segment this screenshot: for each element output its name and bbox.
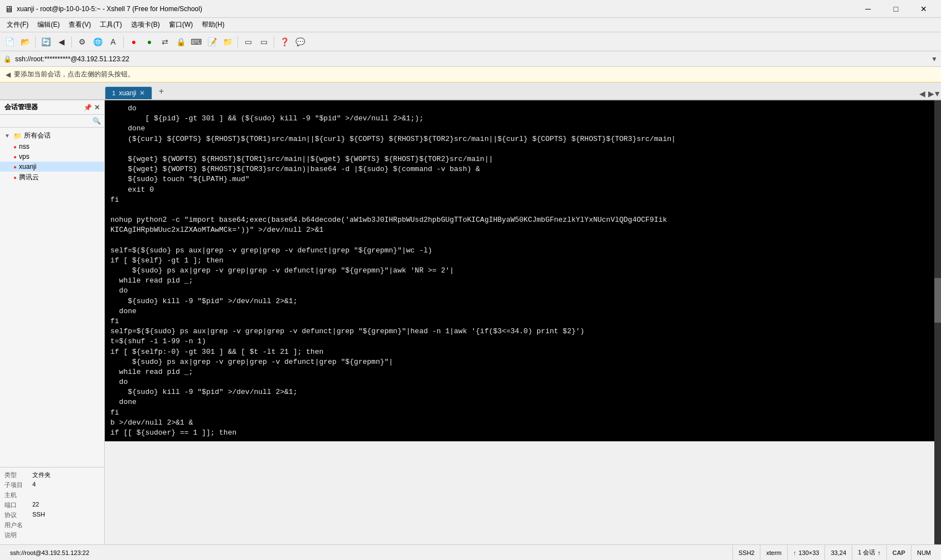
toolbar-help[interactable]: ❓ — [277, 35, 292, 49]
tree-tencent-label: 腾讯云 — [19, 173, 39, 182]
sidebar-close-icon[interactable]: ✕ — [94, 104, 100, 111]
status-size-text: 130×33 — [798, 549, 819, 556]
toolbar: 📄 📂 🔄 ◀ ⚙ 🌐 A ● ● ⇄ 🔒 ⌨ 📝 📁 ▭ ▭ ❓ 💬 — [0, 32, 941, 51]
close-button[interactable]: ✕ — [911, 0, 937, 18]
toolbar-sep5 — [274, 36, 274, 47]
info-row-protocol: 协议 SSH — [4, 511, 100, 519]
toolbar-lock[interactable]: 🔒 — [173, 35, 188, 49]
tab-close-icon[interactable]: ✕ — [139, 89, 145, 97]
status-protocol-text: SSH2 — [739, 549, 755, 556]
address-lock-icon: 🔒 — [3, 55, 12, 63]
info-value-children: 4 — [32, 481, 36, 489]
info-value-port: 22 — [32, 501, 39, 509]
tree-xuanji-dot: ● — [13, 164, 17, 170]
sidebar-search-icon[interactable]: 🔍 — [93, 117, 101, 125]
tab-xuanji[interactable]: 1 xuanji ✕ — [105, 86, 152, 99]
sidebar-pin-icon[interactable]: 📌 — [84, 104, 92, 111]
toolbar-red[interactable]: ● — [127, 35, 141, 49]
terminal[interactable]: do [ ${pid} -gt 301 ] && (${sudo} kill -… — [105, 100, 941, 441]
address-dropdown-icon[interactable]: ▼ — [931, 55, 938, 63]
toolbar-arrows[interactable]: ⇄ — [158, 35, 172, 49]
maximize-button[interactable]: □ — [883, 0, 909, 18]
toolbar-keyboard[interactable]: ⌨ — [189, 35, 203, 49]
info-label-port: 端口 — [4, 501, 32, 509]
status-size: ↑ 130×33 — [788, 545, 826, 560]
toolbar-folder2[interactable]: 📁 — [220, 35, 235, 49]
status-sessions-icon: ↑ — [877, 549, 881, 556]
title-bar: 🖥 xuanji - root@ip-10-0-10-5:~ - Xshell … — [0, 0, 941, 18]
toolbar-minus[interactable]: ▭ — [241, 35, 255, 49]
tree-item-xuanji[interactable]: ● xuanji — [0, 162, 104, 172]
app-window: 🖥 xuanji - root@ip-10-0-10-5:~ - Xshell … — [0, 0, 941, 560]
tab-number: 1 — [112, 90, 115, 96]
status-sessions-text: 1 会话 — [858, 548, 875, 557]
sidebar-search-area: 🔍 — [0, 115, 104, 128]
menu-item-编辑E[interactable]: 编辑(E) — [33, 19, 64, 31]
tree-nss-label: nss — [19, 143, 30, 150]
tree-folder-icon: 📁 — [13, 132, 22, 140]
tree-item-nss[interactable]: ● nss — [0, 142, 104, 152]
toolbar-settings[interactable]: ⚙ — [75, 35, 89, 49]
status-ssh-path: ssh://root@43.192.51.123:22 — [4, 545, 733, 560]
title-bar-text: xuanji - root@ip-10-0-10-5:~ - Xshell 7 … — [17, 5, 855, 13]
info-row-port: 端口 22 — [4, 501, 100, 509]
status-ssh-text: ssh://root@43.192.51.123:22 — [10, 549, 89, 556]
terminal-scrollbar-thumb[interactable] — [934, 278, 941, 323]
status-sessions: 1 会话 ↑ — [852, 545, 887, 560]
minimize-button[interactable]: ─ — [855, 0, 881, 18]
tab-menu-icon[interactable]: ▼ — [933, 89, 941, 98]
info-value-type: 文件夹 — [32, 471, 51, 479]
sidebar-title: 会话管理器 — [4, 103, 38, 112]
tree-root-item[interactable]: ▼ 📁 所有会话 — [0, 130, 104, 142]
menu-item-查看V[interactable]: 查看(V) — [64, 19, 95, 31]
menu-item-文件F[interactable]: 文件(F) — [2, 19, 33, 31]
content-area: 会话管理器 📌 ✕ 🔍 ▼ 📁 所有会话 ● — [0, 100, 941, 544]
tree-expand-icon: ▼ — [4, 133, 11, 139]
toolbar-back[interactable]: ◀ — [54, 35, 69, 49]
info-label-type: 类型 — [4, 471, 32, 479]
toolbar-minus2[interactable]: ▭ — [256, 35, 271, 49]
info-row-username: 用户名 — [4, 521, 100, 529]
info-label-children: 子项目 — [4, 481, 32, 489]
toolbar-globe[interactable]: 🌐 — [90, 35, 105, 49]
info-panel: 类型 文件夹 子项目 4 主机 端口 22 协议 SSH — [0, 467, 104, 544]
address-bar: 🔒 ssh://root:**********@43.192.51.123:22… — [0, 51, 941, 67]
tree-item-tencent[interactable]: ● 腾讯云 — [0, 172, 104, 183]
tree-item-vps[interactable]: ● vps — [0, 152, 104, 162]
toolbar-script[interactable]: 📝 — [205, 35, 219, 49]
toolbar-green[interactable]: ● — [142, 35, 157, 49]
toolbar-sep2 — [71, 36, 72, 47]
sidebar-header-buttons: 📌 ✕ — [84, 104, 100, 111]
tab-label: xuanji — [119, 89, 136, 97]
info-label-protocol: 协议 — [4, 511, 32, 519]
status-position-text: 33,24 — [831, 549, 846, 556]
session-panel: 会话管理器 📌 ✕ 🔍 ▼ 📁 所有会话 ● — [0, 100, 105, 544]
info-label-username: 用户名 — [4, 521, 32, 529]
info-label-host: 主机 — [4, 491, 32, 499]
toolbar-new[interactable]: 📄 — [2, 35, 17, 49]
menu-bar: 文件(F)编辑(E)查看(V)工具(T)选项卡(B)窗口(W)帮助(H) — [0, 18, 941, 32]
toolbar-refresh[interactable]: 🔄 — [38, 35, 53, 49]
status-num: NUM — [911, 545, 937, 560]
status-upload-icon: ↑ — [793, 549, 797, 556]
menu-item-窗口W[interactable]: 窗口(W) — [164, 19, 197, 31]
app-icon: 🖥 — [4, 4, 13, 13]
menu-item-工具T[interactable]: 工具(T) — [95, 19, 126, 31]
toolbar-open[interactable]: 📂 — [18, 35, 32, 49]
menu-item-选项卡B[interactable]: 选项卡(B) — [127, 19, 164, 31]
terminal-scrollbar[interactable] — [934, 100, 941, 544]
status-caps: CAP — [887, 545, 911, 560]
sidebar-tree: ▼ 📁 所有会话 ● nss ● vps ● — [0, 128, 104, 467]
title-bar-controls: ─ □ ✕ — [855, 0, 937, 18]
toolbar-chat[interactable]: 💬 — [293, 35, 307, 49]
status-num-text: NUM — [917, 549, 931, 556]
toolbar-font[interactable]: A — [106, 35, 120, 49]
toolbar-sep1 — [35, 36, 36, 47]
tree-tencent-dot: ● — [13, 174, 17, 181]
tab-add-button[interactable]: + — [154, 85, 168, 98]
menu-item-帮助H[interactable]: 帮助(H) — [197, 19, 229, 31]
tab-nav-left-icon[interactable]: ◀ — [919, 89, 925, 98]
sidebar-header: 会话管理器 📌 ✕ — [0, 100, 104, 115]
status-term-type: xterm — [760, 545, 788, 560]
info-row-type: 类型 文件夹 — [4, 471, 100, 479]
